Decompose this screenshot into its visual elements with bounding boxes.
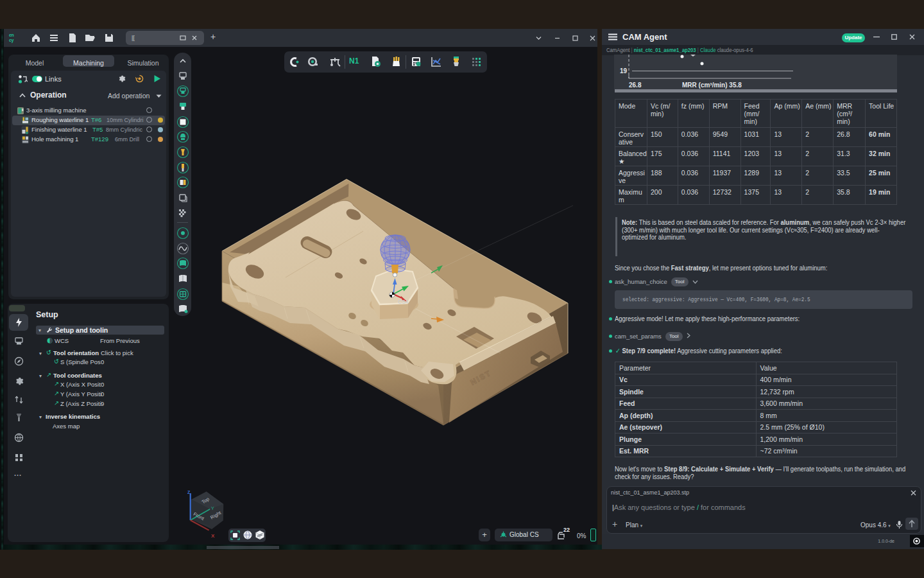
svg-text:Z: Z — [187, 490, 191, 495]
svg-text:MRR (cm³/min) 35.8: MRR (cm³/min) 35.8 — [682, 82, 742, 89]
svg-text:CS4: CS4 — [398, 299, 409, 305]
svg-text:26.8: 26.8 — [629, 82, 642, 89]
svg-text:Y: Y — [211, 506, 214, 511]
svg-text:X: X — [211, 533, 215, 539]
svg-text:19: 19 — [620, 67, 628, 74]
